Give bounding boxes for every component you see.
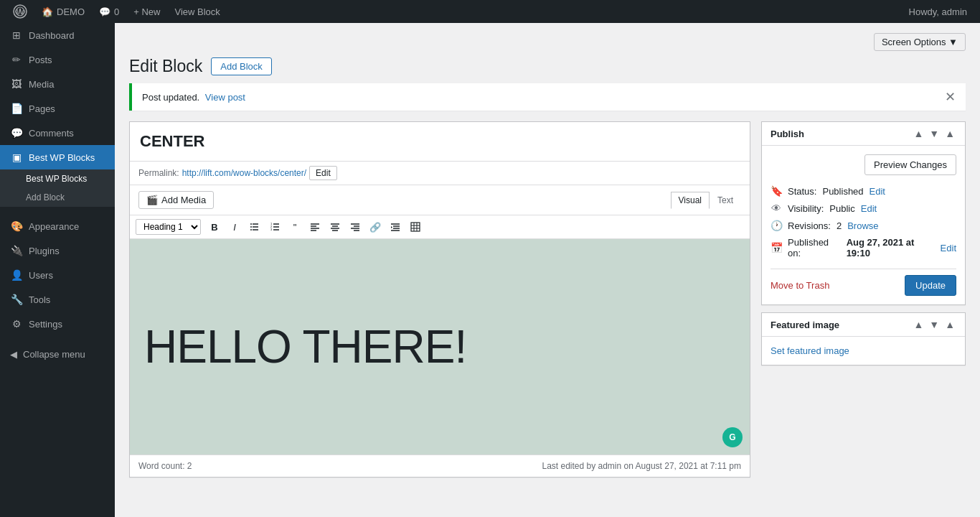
- sidebar-item-users[interactable]: 👤 Users: [0, 263, 115, 287]
- pages-icon: 📄: [10, 103, 23, 114]
- align-left-button[interactable]: [306, 218, 324, 236]
- permalink-edit-button[interactable]: Edit: [309, 166, 337, 180]
- link-button[interactable]: 🔗: [366, 218, 385, 236]
- featured-image-meta-box-header[interactable]: Featured image ▲ ▼ ▲: [762, 313, 965, 337]
- svg-point-8: [250, 223, 252, 225]
- site-name-item[interactable]: 🏠 DEMO: [34, 0, 92, 23]
- view-block-label: View Block: [174, 6, 220, 17]
- heading-select[interactable]: Heading 1 Heading 2 Heading 3 Paragraph: [136, 219, 201, 235]
- publish-meta-box-header[interactable]: Publish ▲ ▼ ▲: [762, 122, 965, 146]
- comments-icon: 💬: [99, 6, 110, 17]
- sidebar-item-tools[interactable]: 🔧 Tools: [0, 287, 115, 312]
- align-right-button[interactable]: [346, 218, 364, 236]
- settings-icon: ⚙: [10, 318, 23, 330]
- new-item[interactable]: + New: [126, 0, 167, 23]
- visibility-label: Visibility:: [788, 203, 824, 214]
- dashboard-icon: ⊞: [10, 29, 23, 41]
- published-edit-link[interactable]: Edit: [941, 243, 956, 253]
- view-post-link[interactable]: View post: [205, 92, 245, 103]
- sidebar-item-label: Dashboard: [29, 30, 75, 41]
- revisions-browse-link[interactable]: Browse: [847, 220, 878, 231]
- add-media-button[interactable]: 🎬 Add Media: [138, 191, 214, 209]
- table-button[interactable]: [406, 218, 425, 236]
- editor-content-area[interactable]: HELLO THERE! G: [130, 239, 750, 455]
- published-icon: 📅: [771, 242, 782, 253]
- revisions-icon: 🕐: [771, 220, 782, 231]
- unordered-list-button[interactable]: [245, 218, 264, 236]
- view-block-item[interactable]: View Block: [167, 0, 227, 23]
- revisions-row: 🕐 Revisions: 2 Browse: [771, 217, 956, 234]
- sidebar: ⊞ Dashboard ✏ Posts 🖼 Media 📄 Pages 💬 Co…: [0, 23, 115, 517]
- submenu-label: Add Block: [26, 192, 65, 202]
- featured-image-down-button[interactable]: ▼: [928, 319, 941, 330]
- align-center-button[interactable]: [326, 218, 344, 236]
- sidebar-item-label: Appearance: [29, 221, 79, 232]
- submenu-item-add-block[interactable]: Add Block: [0, 188, 115, 207]
- sidebar-item-plugins[interactable]: 🔌 Plugins: [0, 238, 115, 263]
- status-edit-link[interactable]: Edit: [870, 186, 885, 197]
- blocks-icon: ▣: [10, 152, 23, 163]
- submenu-item-best-wp-blocks[interactable]: Best WP Blocks: [0, 169, 115, 188]
- revisions-value: 2: [837, 220, 842, 231]
- sidebar-item-settings[interactable]: ⚙ Settings: [0, 312, 115, 336]
- word-count-bar: Word count: 2 Last edited by admin on Au…: [130, 455, 750, 477]
- indent-button[interactable]: [386, 218, 405, 236]
- sidebar-item-posts[interactable]: ✏ Posts: [0, 47, 115, 72]
- text-tab[interactable]: Text: [710, 192, 741, 209]
- last-edited: Last edited by admin on August 27, 2021 …: [542, 461, 741, 471]
- featured-image-up-button[interactable]: ▲: [912, 319, 925, 330]
- permalink-label: Permalink:: [138, 168, 179, 178]
- move-to-trash-link[interactable]: Move to Trash: [771, 280, 829, 291]
- visibility-edit-link[interactable]: Edit: [861, 203, 877, 214]
- page-header: Edit Block Add Block: [129, 57, 966, 76]
- add-block-button[interactable]: Add Block: [211, 57, 272, 75]
- sidebar-item-pages[interactable]: 📄 Pages: [0, 96, 115, 121]
- screen-options-button[interactable]: Screen Options ▼: [874, 33, 966, 51]
- sidebar-item-comments[interactable]: 💬 Comments: [0, 121, 115, 145]
- format-toolbar: Heading 1 Heading 2 Heading 3 Paragraph …: [130, 215, 750, 239]
- sidebar-item-media[interactable]: 🖼 Media: [0, 72, 115, 96]
- notice-text: Post updated. View post: [142, 92, 245, 103]
- bold-button[interactable]: B: [205, 218, 224, 236]
- sidebar-item-label: Media: [29, 79, 54, 90]
- sidebar-item-appearance[interactable]: 🎨 Appearance: [0, 214, 115, 238]
- blockquote-button[interactable]: ": [286, 218, 304, 236]
- post-title-wrap: [130, 122, 750, 162]
- add-media-label: Add Media: [161, 195, 206, 205]
- sidebar-item-label: Users: [29, 270, 53, 281]
- svg-point-10: [250, 229, 252, 230]
- sidebar-item-best-wp-blocks[interactable]: ▣ Best WP Blocks: [0, 145, 115, 169]
- visual-tab[interactable]: Visual: [671, 192, 710, 209]
- grammarly-icon[interactable]: G: [722, 427, 743, 447]
- home-icon: 🏠: [42, 6, 53, 17]
- italic-button[interactable]: I: [225, 218, 244, 236]
- publish-box-toggle-button[interactable]: ▲: [943, 128, 956, 139]
- comments-item[interactable]: 💬 0: [92, 0, 126, 23]
- wp-logo-item[interactable]: [6, 0, 34, 23]
- featured-image-toggle-button[interactable]: ▲: [943, 319, 956, 330]
- notice-close-button[interactable]: ✕: [945, 90, 956, 103]
- sidebar-item-label: Settings: [29, 319, 62, 330]
- ordered-list-button[interactable]: 123: [265, 218, 284, 236]
- sidebar-item-label: Plugins: [29, 246, 60, 256]
- site-name: DEMO: [57, 6, 85, 17]
- publish-box-controls: ▲ ▼ ▲: [912, 128, 956, 139]
- comments-count: 0: [114, 6, 119, 17]
- sidebar-item-label: Pages: [29, 103, 55, 114]
- publish-box-up-button[interactable]: ▲: [912, 128, 925, 139]
- publish-box-down-button[interactable]: ▼: [928, 128, 941, 139]
- editor-content-text: HELLO THERE!: [144, 320, 466, 373]
- posts-icon: ✏: [10, 54, 23, 65]
- featured-image-meta-box-body: Set featured image: [762, 337, 965, 365]
- media-toolbar: 🎬 Add Media Visual Text: [130, 185, 750, 215]
- collapse-menu-item[interactable]: ◀ Collapse menu: [0, 343, 115, 365]
- publish-details: 🔖 Status: Published Edit 👁 Visibility: P…: [771, 182, 956, 261]
- published-value: Aug 27, 2021 at 19:10: [847, 237, 935, 258]
- editor-columns: Permalink: http://lift.com/wow-blocks/ce…: [129, 121, 966, 478]
- post-title-input[interactable]: [138, 129, 741, 154]
- preview-changes-button[interactable]: Preview Changes: [864, 154, 956, 175]
- permalink-url[interactable]: http://lift.com/wow-blocks/center/: [182, 168, 306, 178]
- update-button[interactable]: Update: [905, 275, 956, 296]
- sidebar-item-dashboard[interactable]: ⊞ Dashboard: [0, 23, 115, 47]
- set-featured-image-link[interactable]: Set featured image: [771, 345, 849, 356]
